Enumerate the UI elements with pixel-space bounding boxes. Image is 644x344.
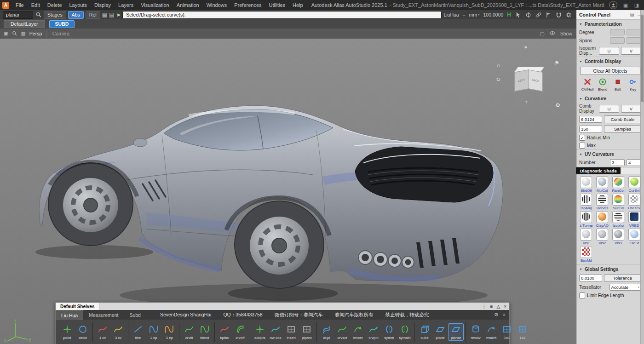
- workspace-icon[interactable]: ▣: [622, 2, 629, 8]
- shade-shdoff[interactable]: ShdOff: [579, 176, 594, 193]
- comb-v-button[interactable]: V: [621, 105, 641, 113]
- menu-visualization[interactable]: Visualization: [137, 0, 173, 10]
- search-icon[interactable]: [35, 11, 42, 18]
- construction-history-toggle[interactable]: H: [507, 11, 511, 18]
- tool-cube[interactable]: cube: [417, 323, 432, 341]
- table-icon[interactable]: ▤: [109, 11, 114, 18]
- diagnostic-shade-tab[interactable]: Diagnostic Shade: [576, 167, 621, 174]
- shade-filest[interactable]: FileSt: [627, 229, 642, 245]
- flag-icon[interactable]: [545, 11, 552, 18]
- radius-min-checkbox[interactable]: ✓: [579, 135, 585, 141]
- perspective-viewport[interactable]: ▣ ▦ Persp │ Camera ▢ Show: [0, 29, 576, 344]
- pointer-icon[interactable]: [515, 11, 522, 18]
- rel-toggle[interactable]: Rel: [86, 11, 100, 19]
- shelf-tab-measurement[interactable]: Measurement: [83, 310, 124, 320]
- section-parameterization[interactable]: ▼ Parameterization: [576, 19, 644, 28]
- comb-u-button[interactable]: U: [599, 105, 619, 113]
- tool-point[interactable]: point: [59, 323, 75, 341]
- shelf-tab-liu-hua[interactable]: Liu Hua: [56, 310, 83, 320]
- tool-insert[interactable]: insert: [283, 323, 299, 341]
- view-label[interactable]: Persp: [29, 31, 42, 36]
- shade-horver[interactable]: HorVer: [595, 194, 610, 210]
- scale-value[interactable]: 100.0000: [483, 12, 504, 17]
- tool-crvoff[interactable]: crvoff: [232, 323, 248, 341]
- tool-1-cv[interactable]: 1 cv: [95, 323, 110, 341]
- tolerance-button[interactable]: Tolerance: [604, 274, 641, 282]
- uv-number-u-input[interactable]: 3: [610, 159, 625, 166]
- tool-addpts[interactable]: addpts: [252, 323, 268, 341]
- bookmark-icon[interactable]: ⚑: [554, 60, 559, 66]
- control-panel-header[interactable]: Control Panel ▤ →: [576, 10, 644, 19]
- collapse-window-icon[interactable]: △: [496, 304, 500, 309]
- shelf-settings-gear-icon[interactable]: ⚙: [494, 312, 499, 318]
- menu-layers[interactable]: Layers: [115, 0, 137, 10]
- scrollbar-thumb[interactable]: [641, 15, 644, 102]
- cv-hull-button[interactable]: CV/Hull: [580, 78, 595, 92]
- shelf-hamburger-icon[interactable]: ≡: [503, 312, 506, 318]
- layer-defaultlayer[interactable]: DefaultLayer: [4, 20, 45, 28]
- tool-3-cv[interactable]: 3 cv: [110, 323, 126, 341]
- menu-utilities[interactable]: Utilities: [265, 0, 289, 10]
- viewcube-back-face[interactable]: BACK: [528, 69, 543, 92]
- panel-dock-icon[interactable]: ▤: [630, 12, 634, 17]
- shade-vis1[interactable]: Vis1: [579, 229, 594, 245]
- viewcube[interactable]: ✦ ⌂ ⚑ LEFT BACK ↻ + ⚙: [503, 51, 554, 120]
- tool-symm[interactable]: symm: [381, 323, 397, 341]
- user-avatar[interactable]: [609, 1, 617, 9]
- menu-edit[interactable]: Edit: [28, 0, 44, 10]
- layer-subd[interactable]: SUBD: [49, 20, 75, 28]
- viewport-grid-icon[interactable]: ▦: [21, 31, 25, 37]
- diagnostic-shade-header[interactable]: Diagnostic Shade: [576, 167, 644, 174]
- menu-preferences[interactable]: Preferences: [230, 0, 265, 10]
- isoparm-u-button[interactable]: U: [599, 47, 619, 55]
- section-uv-curvature[interactable]: ▼ UV Curvature: [576, 149, 644, 158]
- blend-button[interactable]: Blend: [595, 78, 610, 92]
- link-icon[interactable]: [535, 11, 542, 18]
- shade-surevl[interactable]: SurEvl: [611, 194, 626, 210]
- home-view-icon[interactable]: ⌂: [497, 62, 500, 69]
- grip-icon[interactable]: ⋮: [482, 304, 487, 309]
- samples-button[interactable]: Samples: [604, 125, 641, 133]
- section-global-settings[interactable]: ▼ Global Settings: [576, 264, 644, 273]
- current-tool-field[interactable]: planar: [3, 11, 33, 19]
- viewport-frame-icon[interactable]: ▣: [4, 31, 8, 37]
- tool-line[interactable]: line: [130, 323, 146, 341]
- shade-boxmd[interactable]: BoxMd: [579, 246, 594, 263]
- menu-help[interactable]: Help: [289, 0, 307, 10]
- car-model-render[interactable]: [0, 29, 576, 344]
- panel-scrollbar[interactable]: [640, 10, 644, 344]
- edit-button[interactable]: Edit: [610, 78, 625, 92]
- units-dropdown[interactable]: mm▾: [469, 12, 480, 17]
- shelf-menu-icon[interactable]: ≡: [490, 304, 493, 309]
- shade-vred[interactable]: VRED: [627, 211, 642, 228]
- menu-delete[interactable]: Delete: [44, 0, 66, 10]
- shade-rancol[interactable]: RanCol: [611, 176, 626, 193]
- tool-ptprec[interactable]: ptprec: [299, 323, 315, 341]
- comb-scale-button[interactable]: Comb Scale: [604, 115, 641, 123]
- samples-input[interactable]: 150: [579, 126, 602, 132]
- menu-display[interactable]: Display: [91, 0, 115, 10]
- viewcube-left-face[interactable]: LEFT: [514, 69, 529, 92]
- shade-curevl[interactable]: CurEvl: [627, 176, 642, 193]
- tool-1x1[interactable]: 1x1: [499, 323, 515, 341]
- tool-1-ep[interactable]: 1 ep: [146, 323, 161, 341]
- shelf-title-bar[interactable]: Default Shelves ⋮ ≡ △ ×: [56, 303, 509, 310]
- menu-animation[interactable]: Animation: [173, 0, 203, 10]
- abs-toggle[interactable]: Abs: [68, 11, 84, 19]
- zoom-in-icon[interactable]: +: [524, 98, 528, 105]
- crosshair-icon[interactable]: [525, 11, 532, 18]
- camera-label[interactable]: Camera: [52, 31, 69, 36]
- menu-layouts[interactable]: Layouts: [66, 0, 91, 10]
- orbit-icon[interactable]: ↻: [496, 76, 500, 83]
- section-controls-display[interactable]: ▼ Controls Display: [576, 57, 644, 65]
- section-curvature[interactable]: ▼ Curvature: [576, 94, 644, 103]
- tool-dupl[interactable]: dupl: [319, 323, 334, 341]
- shade-mulcol[interactable]: MulCol: [595, 176, 610, 193]
- key-button[interactable]: Key: [626, 78, 640, 92]
- clear-all-objects-button[interactable]: Clear All Objects: [580, 67, 640, 75]
- tool-circle[interactable]: circle: [75, 323, 91, 341]
- tolerance-input[interactable]: 0.0100: [579, 275, 602, 281]
- tool-blend[interactable]: blend: [197, 323, 213, 341]
- viewport-zoom-icon[interactable]: [12, 31, 17, 37]
- tool-3-ep[interactable]: 3 ep: [161, 323, 177, 341]
